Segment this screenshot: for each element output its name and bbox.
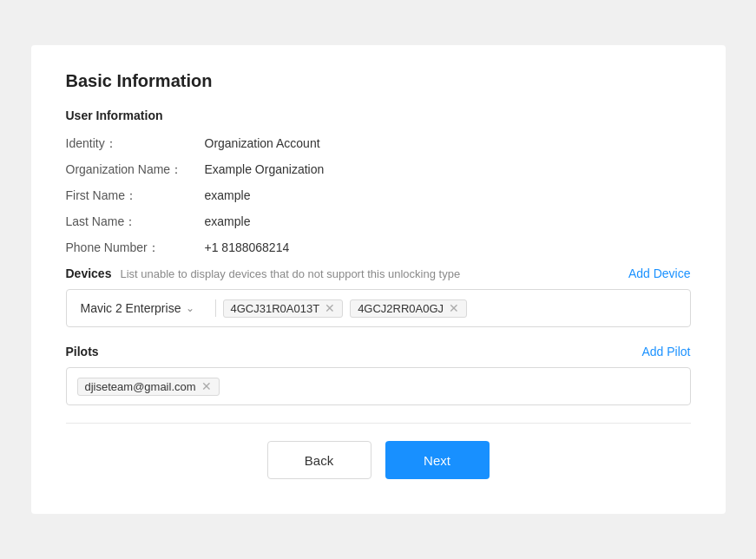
- pilot-tag-1-close[interactable]: ✕: [201, 380, 212, 392]
- last-name-value: example: [205, 214, 251, 228]
- device-tag-2: 4GCJ2RR0A0GJ ✕: [350, 299, 467, 318]
- org-name-row: Organization Name： Example Organization: [66, 162, 691, 178]
- pilots-header: Pilots Add Pilot: [66, 345, 691, 358]
- phone-value: +1 8188068214: [205, 240, 290, 254]
- device-select-value: Mavic 2 Enterprise: [81, 301, 181, 315]
- devices-hint: List unable to display devices that do n…: [120, 267, 460, 280]
- next-button[interactable]: Next: [385, 441, 490, 479]
- identity-value: Organization Account: [205, 136, 320, 150]
- phone-row: Phone Number： +1 8188068214: [66, 240, 691, 256]
- device-tag-2-close[interactable]: ✕: [449, 302, 459, 314]
- pilot-tag-1: djiseteam@gmail.com ✕: [77, 378, 220, 396]
- pilots-label: Pilots: [66, 345, 99, 358]
- first-name-row: First Name： example: [66, 188, 691, 204]
- last-name-row: Last Name： example: [66, 214, 691, 230]
- pilot-tag-1-value: djiseteam@gmail.com: [85, 380, 196, 393]
- org-name-value: Example Organization: [205, 162, 325, 176]
- add-pilot-button[interactable]: Add Pilot: [641, 345, 690, 358]
- device-tag-2-value: 4GCJ2RR0A0GJ: [358, 302, 444, 315]
- page-title: Basic Information: [66, 71, 691, 91]
- org-name-label: Organization Name：: [66, 162, 205, 178]
- devices-box: Mavic 2 Enterprise ⌄ 4GCJ31R0A013T ✕ 4GC…: [66, 289, 691, 327]
- identity-row: Identity： Organization Account: [66, 136, 691, 152]
- identity-label: Identity：: [66, 136, 205, 152]
- back-button[interactable]: Back: [267, 441, 371, 479]
- last-name-label: Last Name：: [66, 214, 205, 230]
- first-name-label: First Name：: [66, 188, 205, 204]
- main-card: Basic Information User Information Ident…: [31, 45, 726, 514]
- add-device-button[interactable]: Add Device: [628, 266, 691, 280]
- chevron-down-icon: ⌄: [186, 302, 194, 314]
- footer-buttons: Back Next: [66, 441, 691, 479]
- pilots-box: djiseteam@gmail.com ✕: [66, 367, 691, 405]
- devices-label: Devices: [66, 266, 112, 280]
- first-name-value: example: [205, 188, 251, 202]
- devices-left: Devices List unable to display devices t…: [66, 266, 461, 280]
- divider: [66, 423, 691, 424]
- user-information-heading: User Information: [66, 109, 691, 122]
- phone-label: Phone Number：: [66, 240, 205, 256]
- devices-header: Devices List unable to display devices t…: [66, 266, 691, 280]
- device-type-select[interactable]: Mavic 2 Enterprise ⌄: [77, 299, 216, 317]
- device-tag-1: 4GCJ31R0A013T ✕: [223, 299, 344, 318]
- device-tag-1-close[interactable]: ✕: [325, 302, 335, 314]
- device-tag-1-value: 4GCJ31R0A013T: [231, 302, 320, 315]
